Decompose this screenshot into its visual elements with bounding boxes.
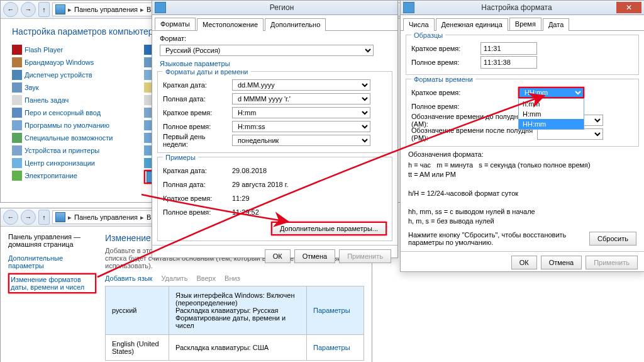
long-time-select[interactable]: H:mm:ss xyxy=(232,121,370,132)
breadcrumb-part[interactable]: Панель управления xyxy=(74,6,138,13)
cp-item[interactable]: Центр синхронизации xyxy=(12,157,113,169)
add-language-link[interactable]: Добавить язык xyxy=(105,274,152,282)
tab-location[interactable]: Местоположение xyxy=(197,18,264,31)
dialog-title: Настройка формата xyxy=(417,3,616,12)
link-extra-params[interactable]: Дополнительные параметры xyxy=(8,254,96,269)
tab-numbers[interactable]: Числа xyxy=(403,18,435,31)
cp-icon xyxy=(55,212,65,222)
nav-back-button[interactable]: ← xyxy=(3,2,18,17)
dialog-title: Регион xyxy=(169,3,395,12)
language-prefs-link[interactable]: Языковые параметры xyxy=(160,60,230,67)
cp-item[interactable]: Программы по умолчанию xyxy=(12,120,113,131)
language-params-link[interactable]: Параметры xyxy=(313,344,350,351)
language-row[interactable]: русскийЯзык интерфейса Windows: Включен … xyxy=(106,286,364,335)
language-row[interactable]: English (United States)Раскладка клавиат… xyxy=(106,335,364,361)
breadcrumb-part[interactable]: Панель управления xyxy=(74,213,138,221)
cancel-button[interactable]: Отмена xyxy=(294,249,335,263)
format-settings-dialog: Настройка формата ✕ Числа Денежная едини… xyxy=(400,0,644,272)
first-day-select[interactable]: понедельник xyxy=(232,135,370,146)
nav-forward-button[interactable]: → xyxy=(21,210,36,225)
nav-forward-button[interactable]: → xyxy=(21,2,36,17)
up-language-link: Вверх xyxy=(196,274,216,282)
short-time-format-dropdown[interactable]: h:mmH:mmHH:mm xyxy=(518,98,584,130)
language-desc: Раскладка клавиатуры: США xyxy=(169,335,307,361)
tab-extra[interactable]: Дополнительно xyxy=(265,18,326,31)
cp-item-label[interactable]: Перо и сенсорный ввод xyxy=(25,109,101,116)
world-icon xyxy=(155,2,166,13)
prog-icon xyxy=(12,120,22,130)
nav-up-button[interactable]: ↑ xyxy=(38,210,50,225)
nav-back-button[interactable]: ← xyxy=(3,210,18,225)
cp-item-label[interactable]: Flash Player xyxy=(25,46,63,54)
region-tabs: Форматы Местоположение Дополнительно xyxy=(152,18,397,31)
language-params-link[interactable]: Параметры xyxy=(313,307,350,314)
sound-icon xyxy=(12,82,22,93)
short-date-select[interactable]: dd.MM.yyyy xyxy=(232,79,370,91)
cp-item-label[interactable]: Брандмауэр Windows xyxy=(25,59,94,66)
cp-item-label[interactable]: Специальные возможности xyxy=(25,134,113,142)
legend-title: Обозначения формата: xyxy=(408,150,636,158)
cp-item[interactable]: Flash Player xyxy=(12,44,113,55)
del-language-link: Удалить xyxy=(161,274,187,282)
link-date-formats[interactable]: Изменение форматов даты, времени и чисел xyxy=(8,273,96,293)
ok-button[interactable]: ОК xyxy=(511,256,537,269)
cp-item-label[interactable]: Диспетчер устройств xyxy=(25,71,92,79)
group-timeformats-title: Форматы времени xyxy=(411,76,475,83)
reset-button[interactable]: Сбросить xyxy=(589,232,636,246)
nav-up-button[interactable]: ↑ xyxy=(38,2,50,17)
cp-item[interactable]: Звук xyxy=(12,82,113,93)
cp-item[interactable]: Электропитание xyxy=(12,170,113,181)
dropdown-option[interactable]: HH:mm xyxy=(519,119,584,129)
cp-icon xyxy=(55,4,65,14)
short-time-format-select[interactable]: HH:mm xyxy=(518,87,584,98)
pen-icon xyxy=(12,108,22,118)
ok-button[interactable]: ОК xyxy=(265,249,291,263)
long-time-sample xyxy=(480,56,537,69)
dev-icon xyxy=(12,70,22,80)
cp-item-label[interactable]: Звук xyxy=(25,84,39,91)
dropdown-option[interactable]: h:mm xyxy=(519,99,584,109)
task-icon xyxy=(12,95,22,105)
cp-item[interactable]: Брандмауэр Windows xyxy=(12,57,113,68)
cancel-button[interactable]: Отмена xyxy=(541,256,582,269)
power-icon xyxy=(12,171,22,181)
tab-currency[interactable]: Денежная единица xyxy=(436,18,508,31)
flash-icon xyxy=(12,45,22,55)
long-date-select[interactable]: d MMMM yyyy 'г.' xyxy=(232,93,370,105)
language-name: English (United States) xyxy=(106,335,169,361)
tab-time[interactable]: Время xyxy=(509,18,541,30)
cp-item-label[interactable]: Программы по умолчанию xyxy=(25,122,109,129)
legend-text: h = час m = минута s = секунда (только п… xyxy=(408,161,636,226)
acc-icon xyxy=(12,133,22,143)
cp-item-label[interactable]: Устройства и принтеры xyxy=(25,147,99,154)
wall-icon xyxy=(12,57,22,67)
cp-item[interactable]: Перо и сенсорный ввод xyxy=(12,107,113,118)
language-name: русский xyxy=(106,286,169,335)
format-label: Формат: xyxy=(160,35,390,42)
world-icon xyxy=(403,2,414,13)
short-time-select[interactable]: H:mm xyxy=(232,107,370,118)
apply-button: Применить xyxy=(586,256,638,269)
group-examples-title: Примеры xyxy=(163,154,198,161)
pm-symbol-select[interactable] xyxy=(537,128,603,140)
tab-formats[interactable]: Форматы xyxy=(155,18,196,30)
cp-item[interactable]: Панель задач xyxy=(12,94,113,106)
language-desc: Язык интерфейса Windows: Включен (переоп… xyxy=(169,286,307,335)
dropdown-option[interactable]: H:mm xyxy=(519,109,584,119)
cp-item[interactable]: Диспетчер устройств xyxy=(12,69,113,81)
format-select[interactable]: Русский (Россия) xyxy=(160,45,374,56)
reset-hint: Нажмите кнопку "Сбросить", чтобы восстан… xyxy=(408,231,583,246)
down-language-link: Вниз xyxy=(225,274,240,282)
tab-date[interactable]: Дата xyxy=(543,18,569,31)
cp-item[interactable]: Устройства и принтеры xyxy=(12,145,113,156)
more-settings-button[interactable]: Дополнительные параметры... xyxy=(271,222,387,235)
cp-item[interactable]: Специальные возможности xyxy=(12,132,113,144)
cp-item-label[interactable]: Центр синхронизации xyxy=(25,159,95,167)
cp-item-label[interactable]: Электропитание xyxy=(25,172,77,179)
left-title: Панель управления — домашняя страница xyxy=(8,233,96,248)
cp-item-label[interactable]: Панель задач xyxy=(25,96,69,104)
short-time-sample xyxy=(480,42,537,55)
region-dialog: Регион Форматы Местоположение Дополнител… xyxy=(152,0,398,258)
close-button[interactable]: ✕ xyxy=(616,2,641,13)
sync-icon xyxy=(12,158,22,168)
